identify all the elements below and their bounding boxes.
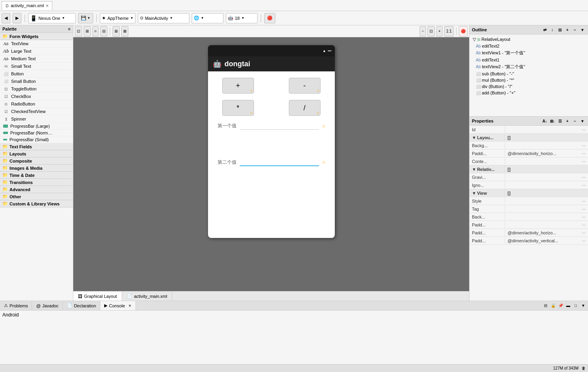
outline-menu-icon[interactable]: ▼ — [579, 27, 586, 33]
activity-selector[interactable]: ⊙ MainActivity ▼ — [138, 13, 189, 23]
canvas-scrollable[interactable]: ▲ ▪▪▪ 🤖 dongtai — [73, 37, 469, 291]
outline-sort-icon[interactable]: ↕ — [549, 27, 556, 33]
props-value-ignore[interactable]: ··· — [505, 182, 588, 188]
props-id-ellipsis[interactable]: ··· — [582, 127, 586, 132]
props-filter-icon[interactable]: ☰ — [557, 118, 563, 124]
palette-item-checkbox[interactable]: ☑ CheckBox — [0, 93, 73, 100]
props-key-view[interactable]: ▼ View — [470, 190, 505, 196]
locale-selector[interactable]: 🌐 ▼ — [192, 13, 223, 23]
palette-collapse-icon[interactable]: ≡ — [68, 27, 71, 31]
props-value-back[interactable]: ··· — [505, 214, 588, 220]
palette-cat-images[interactable]: 📁 Images & Media — [0, 165, 73, 172]
palette-item-textview[interactable]: Ab TextView — [0, 40, 73, 48]
props-key-relative[interactable]: ▼ Relativ... — [470, 166, 505, 173]
palette-cat-layouts[interactable]: 📁 Layouts — [0, 150, 73, 157]
palette-item-progressbar-small[interactable]: ProgressBar (Small) — [0, 136, 73, 143]
outline-add-icon[interactable]: + — [564, 27, 571, 33]
palette-item-checkedtextview[interactable]: ☑ CheckedTextView — [0, 108, 73, 115]
mul-button[interactable]: * ⚠ — [222, 100, 254, 116]
error-indicator-btn[interactable]: 🔴 — [459, 26, 468, 36]
tree-sub-button[interactable]: ⬜ sub (Button) - "-" — [471, 71, 586, 77]
palette-cat-transitions[interactable]: 📁 Transitions — [0, 179, 73, 186]
error-btn[interactable]: 🔴 — [264, 13, 275, 23]
palette-item-togglebutton[interactable]: ⊡ ToggleButton — [0, 85, 73, 93]
tab-console[interactable]: ▶ Console ✕ — [100, 301, 136, 310]
props-sort-cat-icon[interactable]: ⊞↓ — [549, 118, 556, 124]
tab-activity-xml[interactable]: 📄 activity_main.xml — [122, 291, 172, 301]
first-input[interactable] — [240, 122, 319, 130]
outline-remove-icon[interactable]: − — [572, 27, 578, 33]
props-key-layout[interactable]: ▼ Layou... — [470, 134, 505, 141]
expand-btn[interactable]: ⊞ — [113, 26, 120, 36]
props-back-ellipsis[interactable]: ··· — [582, 215, 586, 219]
props-value-padd1[interactable]: ··· — [505, 222, 588, 228]
tab-problems[interactable]: ⚠ Problems — [0, 301, 32, 310]
console-close-icon[interactable]: ✕ — [128, 304, 132, 308]
palette-cat-form-widgets[interactable]: 📁 Form Widgets — [0, 33, 73, 40]
zoom-out-btn[interactable]: − — [420, 26, 426, 36]
console-minimize-icon[interactable]: ▬ — [565, 303, 571, 309]
palette-cat-textfields[interactable]: 📁 Text Fields — [0, 143, 73, 150]
outline-sync-icon[interactable]: ⇄ — [542, 27, 548, 33]
props-menu-icon[interactable]: ▼ — [579, 118, 586, 124]
nav-back-btn[interactable]: ◀ — [2, 13, 10, 23]
props-padd2-ellipsis[interactable]: ··· — [582, 230, 586, 235]
trash-icon[interactable]: 🗑 — [582, 366, 586, 370]
palette-item-spinner[interactable]: ⊻ Spinner — [0, 115, 73, 123]
layout-section-toggle-icon[interactable]: ▼ — [472, 135, 476, 140]
fit-screen-btn[interactable]: ⊡ — [75, 26, 82, 36]
props-value-style[interactable]: ··· — [505, 198, 588, 204]
console-menu-icon[interactable]: ▼ — [580, 303, 586, 309]
props-value-padd3[interactable]: @dimen/activity_vertical... ··· — [505, 238, 588, 244]
props-value-padd2[interactable]: @dimen/activity_horizo... ··· — [505, 230, 588, 236]
relative-section-toggle-icon[interactable]: ▼ — [472, 167, 476, 172]
zoom-actual-btn[interactable]: 1:1 — [444, 26, 454, 36]
props-padd3-ellipsis[interactable]: ··· — [582, 238, 586, 243]
props-gravity-ellipsis[interactable]: ··· — [582, 175, 586, 180]
sub-button[interactable]: - ⚠ — [289, 78, 321, 94]
props-padd1-ellipsis[interactable]: ··· — [582, 222, 586, 227]
props-value-padding[interactable]: @dimen/activity_horizo... ··· — [505, 150, 588, 157]
zoom-fit-btn[interactable]: ⊡ — [428, 26, 435, 36]
tree-edittext1[interactable]: Ab editText1 — [471, 57, 586, 63]
props-ignore-ellipsis[interactable]: ··· — [582, 183, 586, 188]
nav-forward-btn[interactable]: ▶ — [13, 13, 21, 23]
palette-item-button[interactable]: ⬜ Button — [0, 70, 73, 78]
props-value-gravity[interactable]: ··· — [505, 174, 588, 180]
view-section-toggle-icon[interactable]: ▼ — [472, 191, 476, 196]
props-sort-alpha-icon[interactable]: A↓ — [542, 118, 548, 124]
props-add-icon[interactable]: + — [564, 118, 571, 124]
palette-item-progressbar-normal[interactable]: ProgressBar (Norm… — [0, 130, 73, 136]
props-value-content[interactable]: ··· — [505, 158, 588, 165]
props-value-background[interactable]: ··· — [505, 142, 588, 149]
layout-view-btn[interactable]: ⊟ — [100, 26, 107, 36]
props-value-tag[interactable]: ··· — [505, 206, 588, 212]
toggle-grid-btn[interactable]: ⊞ — [84, 26, 91, 36]
second-input[interactable] — [240, 158, 319, 166]
props-padding-ellipsis[interactable]: ··· — [582, 151, 586, 156]
tab-graphical-layout[interactable]: 🖼 Graphical Layout — [73, 291, 122, 301]
save-btn[interactable]: 💾 ▼ — [78, 13, 93, 23]
console-pin-icon[interactable]: 📌 — [557, 303, 564, 309]
palette-item-largetext[interactable]: Ab Large Text — [0, 48, 73, 55]
props-remove-icon[interactable]: − — [572, 118, 578, 124]
props-tag-ellipsis[interactable]: ··· — [582, 207, 586, 211]
palette-cat-timedate[interactable]: 📁 Time & Date — [0, 172, 73, 179]
palette-cat-advanced[interactable]: 📁 Advanced — [0, 186, 73, 193]
palette-cat-other[interactable]: 📁 Other — [0, 193, 73, 200]
zoom-in-btn[interactable]: + — [436, 26, 443, 36]
device-selector[interactable]: 📱 Nexus One ▼ — [28, 13, 76, 23]
tree-div-button[interactable]: ⬜ div (Button) - "/" — [471, 83, 586, 90]
props-bg-ellipsis[interactable]: ··· — [582, 143, 586, 148]
tab-javadoc[interactable]: @ Javadoc — [32, 301, 63, 310]
collapse-btn[interactable]: ⊠ — [121, 26, 128, 36]
props-style-ellipsis[interactable]: ··· — [582, 199, 586, 203]
palette-item-radiobutton[interactable]: ⊙ RadioButton — [0, 100, 73, 108]
snap-btn[interactable]: ⌗ — [92, 26, 99, 36]
div-button[interactable]: / ⚠ — [289, 100, 321, 116]
add-button[interactable]: + ⚠ — [222, 78, 254, 94]
tree-textview1[interactable]: Ab textView1 - "第一个值" — [471, 49, 586, 57]
palette-item-smalltext[interactable]: Ab Small Text — [0, 63, 73, 70]
tab-declaration[interactable]: 📄 Declaration — [63, 301, 101, 310]
tab-close-btn[interactable]: ✕ — [46, 4, 49, 8]
